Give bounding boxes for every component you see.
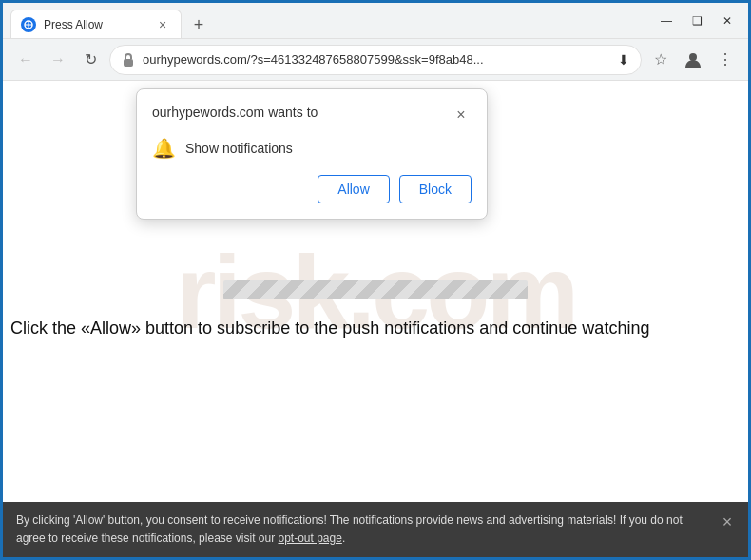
close-button[interactable]: ✕ <box>714 8 741 34</box>
cta-text: Click the «Allow» button to subscribe to… <box>10 317 741 340</box>
title-bar: Press Allow × + — ❑ ✕ <box>3 3 748 39</box>
address-rest: /?s=461332487658807599&ssk=9f8ab48... <box>247 52 484 67</box>
new-tab-button[interactable]: + <box>185 11 212 38</box>
popup-title: ourhypewords.com wants to <box>152 105 318 120</box>
address-bar[interactable]: ourhypewords.com/?s=461332487658807599&s… <box>109 45 642 75</box>
svg-rect-3 <box>124 59 133 67</box>
bottom-bar-text: By clicking 'Allow' button, you consent … <box>16 513 683 545</box>
svg-point-4 <box>689 53 697 61</box>
notification-popup: ourhypewords.com wants to × 🔔 Show notif… <box>136 88 488 220</box>
address-domain: ourhypewords.com <box>143 52 247 67</box>
bottom-bar: By clicking 'Allow' button, you consent … <box>3 502 748 557</box>
window-controls: — ❑ ✕ <box>653 8 741 34</box>
bookmark-button[interactable]: ☆ <box>647 47 674 73</box>
bottom-bar-close-button[interactable]: × <box>716 512 739 534</box>
opt-out-link[interactable]: opt-out page <box>278 531 341 545</box>
forward-button[interactable]: → <box>45 47 71 73</box>
tab-close-button[interactable]: × <box>154 16 171 33</box>
bottom-bar-text-after: . <box>342 531 345 545</box>
maximize-button[interactable]: ❑ <box>684 8 710 34</box>
popup-close-button[interactable]: × <box>451 105 472 126</box>
bell-icon: 🔔 <box>152 137 176 160</box>
allow-button[interactable]: Allow <box>318 175 389 203</box>
popup-header: ourhypewords.com wants to × <box>152 105 472 126</box>
loading-bar <box>223 280 528 299</box>
download-icon: ⬇ <box>618 52 629 68</box>
popup-buttons: Allow Block <box>152 175 472 203</box>
back-button[interactable]: ← <box>12 47 39 73</box>
profile-button[interactable] <box>680 47 706 73</box>
active-tab[interactable]: Press Allow × <box>10 10 182 38</box>
address-text: ourhypewords.com/?s=461332487658807599&s… <box>143 52 610 67</box>
browser-content: risk.com ourhypewords.com wants to × 🔔 S… <box>3 81 748 502</box>
tab-favicon <box>21 17 36 32</box>
permission-text: Show notifications <box>185 141 293 156</box>
lock-icon <box>122 52 135 68</box>
minimize-button[interactable]: — <box>653 8 680 34</box>
tab-title: Press Allow <box>44 18 146 31</box>
refresh-button[interactable]: ↻ <box>77 47 104 73</box>
block-button[interactable]: Block <box>399 175 472 203</box>
omnibar: ← → ↻ ourhypewords.com/?s=46133248765880… <box>3 39 748 81</box>
tab-area: Press Allow × + <box>10 3 645 38</box>
popup-permission-row: 🔔 Show notifications <box>152 137 472 160</box>
menu-button[interactable]: ⋮ <box>712 47 739 73</box>
